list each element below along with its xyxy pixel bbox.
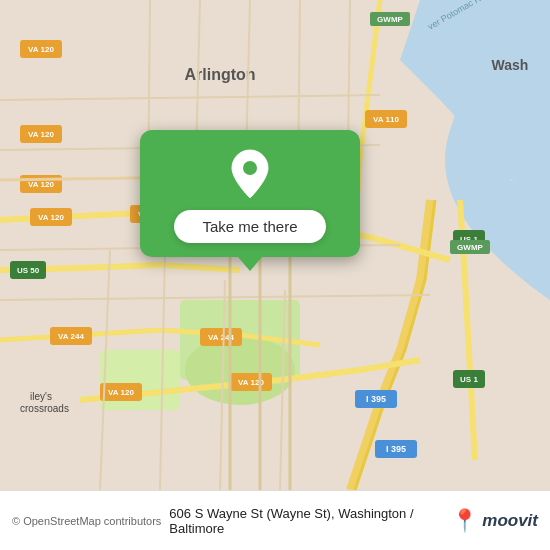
- svg-text:VA 120: VA 120: [38, 213, 64, 222]
- location-card: Take me there: [140, 130, 360, 257]
- svg-text:iley's: iley's: [30, 391, 52, 402]
- map-view: I 395 I 395 VA 120 VA 120 VA 120 VA 120 …: [0, 0, 550, 490]
- location-text: 606 S Wayne St (Wayne St), Washington / …: [169, 506, 443, 536]
- svg-text:VA 244: VA 244: [58, 332, 84, 341]
- svg-text:Wash: Wash: [492, 57, 529, 73]
- moovit-pin-icon: 📍: [451, 508, 478, 534]
- svg-text:VA 110: VA 110: [373, 115, 399, 124]
- svg-text:VA 120: VA 120: [108, 388, 134, 397]
- svg-text:GWMP: GWMP: [377, 15, 403, 24]
- location-pin-icon: [228, 148, 272, 200]
- svg-point-46: [243, 161, 257, 175]
- moovit-logo: 📍 moovit: [451, 508, 538, 534]
- svg-text:GWMP: GWMP: [457, 243, 483, 252]
- location-info: 606 S Wayne St (Wayne St), Washington / …: [169, 506, 443, 536]
- attribution-text: © OpenStreetMap contributors: [12, 515, 161, 527]
- svg-text:VA 120: VA 120: [28, 180, 54, 189]
- svg-text:VA 120: VA 120: [28, 130, 54, 139]
- svg-text:US 50: US 50: [17, 266, 40, 275]
- svg-text:US 1: US 1: [460, 375, 478, 384]
- moovit-label: moovit: [482, 511, 538, 531]
- svg-text:I 395: I 395: [366, 394, 386, 404]
- svg-text:I 395: I 395: [386, 444, 406, 454]
- svg-text:Arlington: Arlington: [184, 66, 255, 83]
- bottom-bar: © OpenStreetMap contributors 606 S Wayne…: [0, 490, 550, 550]
- pin-icon-wrap: [224, 148, 276, 200]
- svg-text:crossroads: crossroads: [20, 403, 69, 414]
- take-me-there-button[interactable]: Take me there: [174, 210, 325, 243]
- svg-text:VA 120: VA 120: [28, 45, 54, 54]
